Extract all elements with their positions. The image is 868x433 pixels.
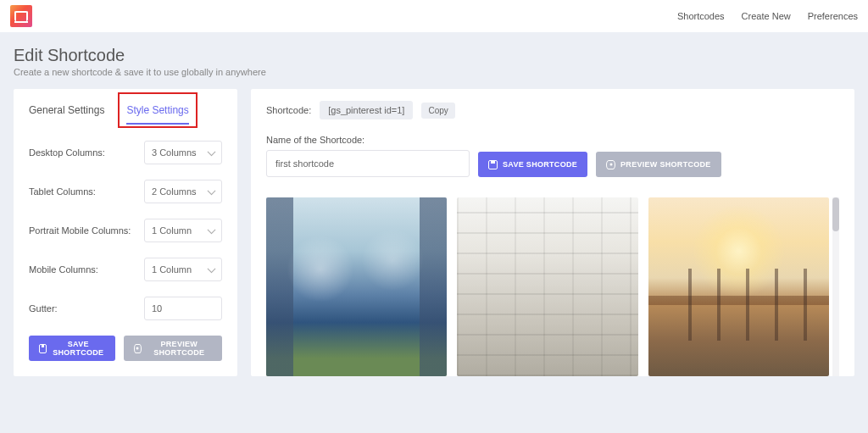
copy-button[interactable]: Copy xyxy=(421,103,454,119)
preview-scrollbar[interactable] xyxy=(832,197,839,376)
save-button-label-main: Save Shortcode xyxy=(503,160,577,169)
preview-area xyxy=(266,197,839,376)
settings-tabs: General Settings Style Settings xyxy=(29,101,222,125)
shortcode-label: Shortcode: xyxy=(266,105,311,115)
gallery-image-2 xyxy=(457,197,637,376)
settings-panel: General Settings Style Settings Desktop … xyxy=(14,89,237,376)
topbar: Shortcodes Create New Preferences xyxy=(0,0,868,32)
tablet-columns-select[interactable]: 2 Columns xyxy=(144,180,222,203)
save-button-label: Save Shortcode xyxy=(52,340,106,357)
eye-icon xyxy=(606,160,615,169)
save-shortcode-button[interactable]: Save Shortcode xyxy=(29,336,115,361)
preview-button-label-main: Preview Shortcode xyxy=(620,160,711,169)
gallery-image-1 xyxy=(266,197,447,376)
page-subtitle: Create a new shortcode & save it to use … xyxy=(14,67,854,77)
tab-style-settings[interactable]: Style Settings xyxy=(126,101,188,125)
gallery-image-3 xyxy=(648,197,829,376)
main-panel: Shortcode: [gs_pinterest id=1] Copy Name… xyxy=(251,89,854,376)
portrait-mobile-columns-select[interactable]: 1 Column xyxy=(144,219,222,242)
name-label: Name of the Shortcode: xyxy=(266,135,470,145)
nav-shortcodes[interactable]: Shortcodes xyxy=(677,11,725,21)
save-icon xyxy=(39,344,47,353)
page: Edit Shortcode Create a new shortcode & … xyxy=(0,32,868,433)
mobile-columns-select[interactable]: 1 Column xyxy=(144,258,222,281)
tablet-columns-label: Tablet Columns: xyxy=(29,186,96,197)
gutter-label: Gutter: xyxy=(29,303,58,314)
top-nav: Shortcodes Create New Preferences xyxy=(677,11,858,21)
preview-shortcode-button-main[interactable]: Preview Shortcode xyxy=(596,152,721,177)
app-logo xyxy=(10,5,32,27)
portrait-mobile-columns-label: Portrait Mobile Columns: xyxy=(29,225,131,236)
nav-create-new[interactable]: Create New xyxy=(742,11,791,21)
gutter-input[interactable]: 10 xyxy=(144,297,222,320)
desktop-columns-select[interactable]: 3 Columns xyxy=(144,141,222,164)
preview-shortcode-button[interactable]: Preview Shortcode xyxy=(124,336,222,361)
save-icon xyxy=(488,160,498,169)
mobile-columns-label: Mobile Columns: xyxy=(29,264,98,275)
page-title: Edit Shortcode xyxy=(14,46,854,65)
eye-icon xyxy=(134,344,142,353)
preview-button-label: Preview Shortcode xyxy=(147,340,212,357)
nav-preferences[interactable]: Preferences xyxy=(808,11,858,21)
desktop-columns-label: Desktop Columns: xyxy=(29,147,105,158)
shortcode-value-chip: [gs_pinterest id=1] xyxy=(320,101,413,119)
save-shortcode-button-main[interactable]: Save Shortcode xyxy=(478,152,587,177)
shortcode-name-input[interactable]: first shortcode xyxy=(266,150,470,177)
tab-general-settings[interactable]: General Settings xyxy=(29,101,104,125)
